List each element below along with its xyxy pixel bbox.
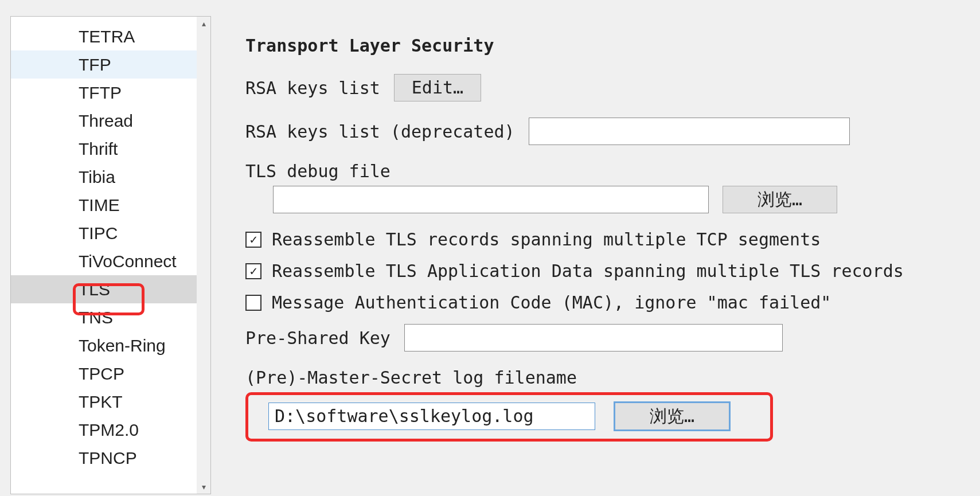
sidebar-item-tpkt[interactable]: TPKT	[11, 388, 197, 416]
sidebar-item-time[interactable]: TIME	[11, 191, 197, 219]
sidebar-item-label: Token-Ring	[79, 336, 166, 355]
psk-label: Pre-Shared Key	[245, 328, 391, 348]
rsa-keys-label: RSA keys list	[245, 78, 380, 98]
sidebar-item-label: TETRA	[79, 27, 135, 46]
sidebar-item-tls[interactable]: TLS	[11, 275, 197, 303]
sidebar-item-label: TNS	[79, 308, 113, 327]
protocol-sidebar: TETRATFPTFTPThreadThriftTibiaTIMETIPCTiV…	[10, 16, 211, 494]
sidebar-item-label: TIPC	[79, 224, 118, 243]
reassemble-appdata-row: Reassemble TLS Application Data spanning…	[245, 261, 970, 281]
secret-label: (Pre)-Master-Secret log filename	[245, 368, 577, 388]
rsa-deprecated-input[interactable]	[529, 118, 850, 145]
debug-file-label: TLS debug file	[245, 161, 391, 181]
reassemble-tcp-checkbox[interactable]	[245, 232, 261, 248]
sidebar-item-tivoconnect[interactable]: TiVoConnect	[11, 247, 197, 275]
sidebar-item-tetra[interactable]: TETRA	[11, 22, 197, 50]
debug-file-input[interactable]	[273, 186, 709, 213]
browse-debug-button[interactable]: 浏览…	[723, 186, 837, 213]
reassemble-appdata-label: Reassemble TLS Application Data spanning…	[272, 261, 904, 281]
sidebar-item-thread[interactable]: Thread	[11, 107, 197, 135]
sidebar-item-tns[interactable]: TNS	[11, 303, 197, 331]
sidebar-item-tpcp[interactable]: TPCP	[11, 360, 197, 388]
rsa-deprecated-label: RSA keys list (deprecated)	[245, 122, 515, 142]
sidebar-item-label: TPNCP	[79, 448, 137, 467]
sidebar-item-label: TiVoConnect	[79, 252, 177, 271]
sidebar-item-tpm2-0[interactable]: TPM2.0	[11, 416, 197, 444]
sidebar-item-token-ring[interactable]: Token-Ring	[11, 331, 197, 360]
sidebar-item-label: Tibia	[79, 167, 115, 186]
browse-secret-button[interactable]: 浏览…	[615, 403, 729, 430]
reassemble-tcp-row: Reassemble TLS records spanning multiple…	[245, 229, 970, 249]
sidebar-item-tipc[interactable]: TIPC	[11, 219, 197, 247]
secret-input[interactable]: D:\software\sslkeylog.log	[268, 403, 595, 430]
secret-label-row: (Pre)-Master-Secret log filename	[245, 368, 970, 388]
sidebar-item-label: TPKT	[79, 392, 123, 411]
sidebar-item-tfp[interactable]: TFP	[11, 50, 197, 79]
psk-input[interactable]	[404, 324, 783, 352]
sidebar-item-label: Thrift	[79, 139, 118, 158]
secret-row: D:\software\sslkeylog.log 浏览…	[245, 392, 773, 442]
protocol-list[interactable]: TETRATFPTFTPThreadThriftTibiaTIMETIPCTiV…	[11, 17, 197, 494]
reassemble-appdata-checkbox[interactable]	[245, 263, 261, 279]
debug-file-label-row: TLS debug file	[245, 161, 970, 181]
scroll-down-icon[interactable]: ▾	[197, 480, 210, 494]
sidebar-item-tpncp[interactable]: TPNCP	[11, 444, 197, 472]
rsa-deprecated-row: RSA keys list (deprecated)	[245, 118, 970, 145]
psk-row: Pre-Shared Key	[245, 324, 970, 352]
sidebar-item-tibia[interactable]: Tibia	[11, 163, 197, 191]
sidebar-item-label: Thread	[79, 111, 133, 130]
sidebar-item-label: TPM2.0	[79, 420, 139, 439]
settings-pane: Transport Layer Security RSA keys list E…	[245, 16, 970, 494]
sidebar-item-label: TLS	[79, 280, 110, 299]
mac-ignore-checkbox[interactable]	[245, 295, 261, 311]
sidebar-item-label: TIME	[79, 196, 120, 214]
rsa-keys-row: RSA keys list Edit…	[245, 74, 970, 101]
pane-title: Transport Layer Security	[245, 36, 970, 56]
sidebar-item-tftp[interactable]: TFTP	[11, 79, 197, 107]
edit-button[interactable]: Edit…	[394, 74, 481, 101]
sidebar-item-label: TFTP	[79, 83, 122, 102]
scroll-up-icon[interactable]: ▴	[197, 17, 210, 30]
sidebar-item-thrift[interactable]: Thrift	[11, 135, 197, 163]
sidebar-item-label: TPCP	[79, 364, 124, 383]
reassemble-tcp-label: Reassemble TLS records spanning multiple…	[272, 229, 821, 249]
debug-file-row: 浏览…	[273, 186, 970, 213]
sidebar-item-label: TFP	[79, 55, 111, 74]
mac-ignore-row: Message Authentication Code (MAC), ignor…	[245, 292, 970, 313]
mac-ignore-label: Message Authentication Code (MAC), ignor…	[272, 292, 831, 313]
preferences-dialog: TETRATFPTFTPThreadThriftTibiaTIMETIPCTiV…	[0, 0, 980, 494]
scrollbar[interactable]: ▴ ▾	[197, 17, 210, 494]
